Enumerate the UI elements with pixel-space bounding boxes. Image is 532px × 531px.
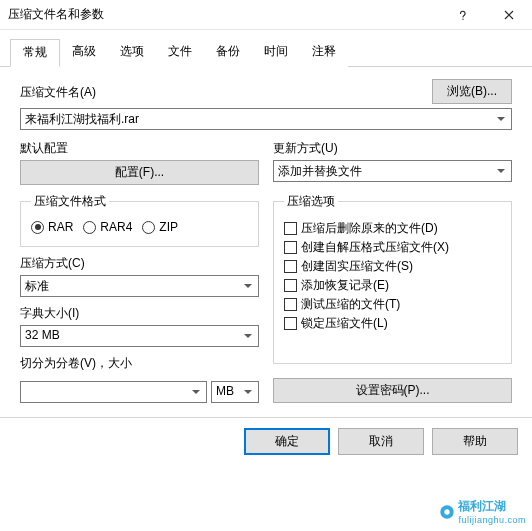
opt-sfx[interactable]: 创建自解压格式压缩文件(X) [284, 239, 501, 256]
tab-files[interactable]: 文件 [156, 39, 204, 67]
update-label: 更新方式(U) [273, 140, 512, 157]
dict-label: 字典大小(I) [20, 305, 259, 322]
split-label: 切分为分卷(V)，大小 [20, 355, 259, 372]
dict-select[interactable]: 32 MB [20, 325, 259, 347]
footer: 确定 取消 帮助 [0, 417, 532, 465]
opt-test[interactable]: 测试压缩的文件(T) [284, 296, 501, 313]
update-select[interactable]: 添加并替换文件 [273, 160, 512, 182]
svg-point-0 [441, 505, 454, 518]
opt-delete-after[interactable]: 压缩后删除原来的文件(D) [284, 220, 501, 237]
method-value: 标准 [25, 279, 49, 293]
svg-point-1 [445, 509, 450, 514]
options-legend: 压缩选项 [284, 193, 338, 210]
dict-value: 32 MB [25, 328, 60, 342]
tab-bar: 常规 高级 选项 文件 备份 时间 注释 [0, 30, 532, 67]
close-icon [504, 10, 514, 20]
profile-label: 默认配置 [20, 140, 259, 157]
method-select[interactable]: 标准 [20, 275, 259, 297]
help-icon [458, 10, 468, 20]
profile-button[interactable]: 配置(F)... [20, 160, 259, 185]
filename-input[interactable]: 来福利江湖找福利.rar [20, 108, 512, 130]
browse-button[interactable]: 浏览(B)... [432, 79, 512, 104]
options-fieldset: 压缩选项 压缩后删除原来的文件(D) 创建自解压格式压缩文件(X) 创建固实压缩… [273, 193, 512, 364]
titlebar: 压缩文件名和参数 [0, 0, 532, 30]
checkbox-icon [284, 279, 297, 292]
tab-advanced[interactable]: 高级 [60, 39, 108, 67]
close-button[interactable] [486, 0, 532, 30]
tab-backup[interactable]: 备份 [204, 39, 252, 67]
format-rar4[interactable]: RAR4 [83, 220, 132, 234]
filename-label: 压缩文件名(A) [20, 84, 424, 101]
radio-icon [83, 221, 96, 234]
opt-solid[interactable]: 创建固实压缩文件(S) [284, 258, 501, 275]
filename-value: 来福利江湖找福利.rar [25, 112, 139, 126]
radio-icon [31, 221, 44, 234]
format-zip[interactable]: ZIP [142, 220, 178, 234]
checkbox-icon [284, 317, 297, 330]
split-unit-select[interactable]: MB [211, 381, 259, 403]
window-title: 压缩文件名和参数 [8, 6, 440, 23]
help-footer-button[interactable]: 帮助 [432, 428, 518, 455]
watermark: 福利江湖 fulijianghu.com [439, 498, 526, 525]
opt-recovery[interactable]: 添加恢复记录(E) [284, 277, 501, 294]
watermark-en: fulijianghu.com [458, 515, 526, 525]
split-unit-value: MB [216, 384, 234, 398]
checkbox-icon [284, 298, 297, 311]
tab-comment[interactable]: 注释 [300, 39, 348, 67]
format-rar[interactable]: RAR [31, 220, 73, 234]
help-button[interactable] [440, 0, 486, 30]
tab-time[interactable]: 时间 [252, 39, 300, 67]
checkbox-icon [284, 260, 297, 273]
ok-button[interactable]: 确定 [244, 428, 330, 455]
format-fieldset: 压缩文件格式 RAR RAR4 ZIP [20, 193, 259, 247]
cancel-button[interactable]: 取消 [338, 428, 424, 455]
split-input[interactable] [20, 381, 207, 403]
update-value: 添加并替换文件 [278, 164, 362, 178]
password-button[interactable]: 设置密码(P)... [273, 378, 512, 403]
logo-icon [439, 504, 455, 520]
watermark-cn: 福利江湖 [458, 499, 506, 513]
tab-general[interactable]: 常规 [10, 39, 60, 67]
method-label: 压缩方式(C) [20, 255, 259, 272]
checkbox-icon [284, 222, 297, 235]
content-area: 压缩文件名(A) 浏览(B)... 来福利江湖找福利.rar 默认配置 配置(F… [0, 67, 532, 411]
opt-lock[interactable]: 锁定压缩文件(L) [284, 315, 501, 332]
checkbox-icon [284, 241, 297, 254]
tab-options[interactable]: 选项 [108, 39, 156, 67]
radio-icon [142, 221, 155, 234]
format-legend: 压缩文件格式 [31, 193, 109, 210]
